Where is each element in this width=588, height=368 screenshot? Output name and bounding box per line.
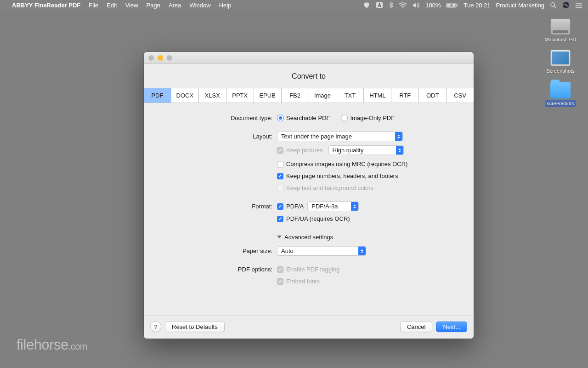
svg-point-6 xyxy=(551,2,554,6)
menu-view[interactable]: View xyxy=(125,2,138,9)
chevron-down-icon xyxy=(277,236,282,241)
app-name[interactable]: ABBYY FineReader PDF xyxy=(12,2,80,9)
desktop-screenshots-file[interactable]: Screenshots xyxy=(544,50,577,74)
user-menu[interactable]: Product Marketing xyxy=(496,2,545,9)
folder-icon xyxy=(550,82,571,98)
minimize-icon[interactable] xyxy=(158,55,163,61)
checkbox-embed-fonts: Embed fonts xyxy=(277,278,320,285)
checkbox-pdfua[interactable]: PDF/UA (requires OCR) xyxy=(277,215,350,222)
wifi-icon[interactable] xyxy=(399,2,407,8)
spotlight-icon[interactable] xyxy=(550,2,557,9)
select-picture-quality[interactable]: High quality xyxy=(328,145,404,155)
hard-drive-icon xyxy=(550,18,571,35)
menu-file[interactable]: File xyxy=(89,2,98,9)
convert-dialog: Convert to PDF DOCX XLSX PPTX EPUB FB2 I… xyxy=(144,52,474,339)
help-button[interactable]: ? xyxy=(150,321,161,332)
shield-icon[interactable] xyxy=(363,2,370,8)
svg-rect-4 xyxy=(457,4,458,6)
dialog-footer: ? Reset to Defaults Cancel Next... xyxy=(144,315,474,339)
tab-txt[interactable]: TXT xyxy=(336,88,364,103)
menu-page[interactable]: Page xyxy=(147,2,160,9)
bluetooth-icon[interactable] xyxy=(389,2,393,8)
dialog-title: Convert to xyxy=(144,72,474,80)
tab-csv[interactable]: CSV xyxy=(447,88,474,103)
chevron-updown-icon xyxy=(358,247,366,255)
image-file-icon xyxy=(550,50,571,66)
watermark: filehorse.com xyxy=(17,337,87,353)
tab-pptx[interactable]: PPTX xyxy=(226,88,254,103)
notifications-icon[interactable] xyxy=(575,2,582,8)
battery-percent: 100% xyxy=(425,2,441,9)
select-paper-size[interactable]: Auto xyxy=(277,246,366,256)
menubar: ABBYY FineReader PDF File Edit View Page… xyxy=(0,0,588,10)
checkbox-pdf-tagging: Enable PDF tagging xyxy=(277,266,339,273)
checkbox-pdfa[interactable]: PDF/A xyxy=(277,203,304,210)
clock[interactable]: Tue 20:21 xyxy=(464,2,490,9)
menu-window[interactable]: Window xyxy=(189,2,210,9)
menu-help[interactable]: Help xyxy=(219,2,232,9)
label-document-type: Document type: xyxy=(158,115,277,121)
radio-searchable-pdf[interactable]: Searchable PDF xyxy=(277,115,330,121)
chevron-updown-icon xyxy=(396,146,403,155)
tab-pdf[interactable]: PDF xyxy=(144,88,171,103)
radio-image-only-pdf[interactable]: Image-Only PDF xyxy=(341,115,395,121)
cancel-button[interactable]: Cancel xyxy=(400,322,432,332)
tab-html[interactable]: HTML xyxy=(364,88,391,103)
menu-edit[interactable]: Edit xyxy=(107,2,117,9)
tab-xlsx[interactable]: XLSX xyxy=(199,88,226,103)
tab-epub[interactable]: EPUB xyxy=(254,88,282,103)
checkbox-keep-pictures: Keep pictures xyxy=(277,147,323,154)
svg-text:A: A xyxy=(378,3,381,8)
tab-docx[interactable]: DOCX xyxy=(171,88,199,103)
label-layout: Layout: xyxy=(158,133,277,140)
disclosure-advanced[interactable]: Advanced settings xyxy=(277,234,333,241)
tab-odt[interactable]: ODT xyxy=(419,88,447,103)
volume-icon[interactable] xyxy=(413,2,420,8)
label-format: Format: xyxy=(158,203,277,210)
svg-line-7 xyxy=(554,6,556,8)
format-tabs: PDF DOCX XLSX PPTX EPUB FB2 Image TXT HT… xyxy=(144,88,474,103)
titlebar[interactable] xyxy=(144,52,474,64)
menu-area[interactable]: Area xyxy=(169,2,181,9)
desktop-label: Macintosh HD xyxy=(544,37,577,42)
desktop-screenshots-folder[interactable]: screenshots xyxy=(544,82,577,107)
next-button[interactable]: Next... xyxy=(436,322,467,332)
reset-defaults-button[interactable]: Reset to Defaults xyxy=(165,322,225,332)
chevron-updown-icon xyxy=(351,202,358,211)
tab-rtf[interactable]: RTF xyxy=(391,88,419,103)
battery-icon[interactable] xyxy=(446,2,458,8)
input-method-icon[interactable]: A xyxy=(376,2,383,8)
zoom-icon[interactable] xyxy=(167,55,172,61)
select-layout[interactable]: Text under the page image xyxy=(277,132,403,141)
siri-icon[interactable] xyxy=(562,1,570,9)
label-pdf-options: PDF options: xyxy=(158,266,277,273)
select-pdfa-version[interactable]: PDF/A-3a xyxy=(307,201,359,211)
svg-point-2 xyxy=(402,7,403,8)
desktop-macintosh-hd[interactable]: Macintosh HD xyxy=(544,18,577,42)
tab-fb2[interactable]: FB2 xyxy=(282,88,309,103)
desktop-label: screenshots xyxy=(545,100,576,107)
checkbox-compress-mrc[interactable]: Compress images using MRC (requires OCR) xyxy=(277,161,407,167)
close-icon[interactable] xyxy=(148,55,154,61)
checkbox-keep-colors: Keep text and background colors xyxy=(277,184,373,191)
desktop-label: Screenshots xyxy=(544,68,577,74)
checkbox-keep-page-numbers[interactable]: Keep page numbers, headers, and footers xyxy=(277,172,398,179)
chevron-updown-icon xyxy=(395,132,402,141)
label-paper-size: Paper size: xyxy=(158,247,277,254)
tab-image[interactable]: Image xyxy=(309,88,337,103)
